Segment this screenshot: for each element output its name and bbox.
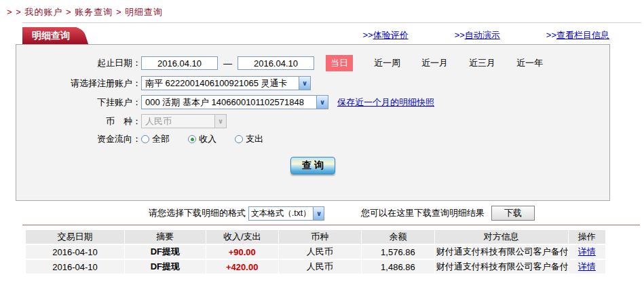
cell-summary: DF提现 [125,260,206,274]
currency-select: 人民币 ∨ [141,114,227,128]
quick-range-quarter[interactable]: 近三月 [469,57,495,69]
cell-balance: 1,486.86 [362,260,434,274]
link-arrows: >> [455,30,465,40]
cell-counterparty: 财付通支付科技有限公司客户备付金 [435,260,568,274]
download-hint: 您可以在这里下载查询明细结果 [361,207,485,219]
detail-link[interactable]: 详情 [578,261,596,272]
currency-label: 币 种： [16,115,141,128]
cell-amount: +420.00 [206,260,278,274]
quick-range-week[interactable]: 近一周 [374,57,400,69]
quick-range-year[interactable]: 近一年 [516,57,543,69]
header-balance: 余额 [362,230,434,244]
registered-account-value: 南平 6222001406100921065 灵通卡 [142,77,299,90]
breadcrumb-separator: > [116,7,122,17]
breadcrumb-prefix: > > [7,7,22,17]
registered-account-row: 请选择注册账户： 南平 6222001406100921065 灵通卡 ∨ [16,76,609,90]
header-links: >>体验评价 >>自动演示 >>查看栏目信息 [362,29,609,41]
date-dash: — [223,58,232,69]
download-format-value: 文本格式（.txt） [249,207,313,220]
currency-row: 币 种： 人民币 ∨ [16,114,609,128]
download-row: 请您选择下载明细的格式 文本格式（.txt） ∨ 您可以在这里下载查询明细结果 … [0,206,644,221]
fund-flow-row: 资金流向： 全部 收入 支出 [16,133,609,145]
save-snapshot-link[interactable]: 保存近一个月的明细快照 [337,96,434,109]
header-action: 操作 [569,230,605,244]
column-info-link[interactable]: >>查看栏目信息 [546,29,609,41]
start-date-input[interactable] [141,56,218,70]
registered-account-select[interactable]: 南平 6222001406100921065 灵通卡 ∨ [141,76,311,90]
download-format-label: 请您选择下载明细的格式 [149,207,246,219]
breadcrumb: > > 我的账户 > 账务查询 > 明细查询 [7,6,163,18]
cell-balance: 1,576.86 [362,245,434,259]
table-top-divider [22,225,640,225]
chevron-down-icon: ∨ [214,115,226,128]
cell-currency: 人民币 [279,245,361,259]
flow-option-income[interactable]: 收入 [188,133,216,145]
breadcrumb-item-detail-query[interactable]: 明细查询 [125,7,163,17]
flow-option-expense[interactable]: 支出 [235,133,263,145]
header-counterparty: 对方信息 [435,230,568,244]
auto-demo-link[interactable]: >>自动演示 [455,29,500,41]
link-arrows: >> [546,30,556,40]
download-button[interactable]: 下载 [491,206,535,221]
header-date: 交易日期 [26,230,124,244]
flow-option-all-label: 全部 [152,133,170,145]
link-arrows: >> [362,30,373,40]
sub-account-row: 下挂账户： 000 活期 基本户 1406600101102571848 ∨ 保… [16,95,609,109]
breadcrumb-item-account-query[interactable]: 账务查询 [75,7,113,17]
table-header-row: 交易日期 摘要 收入/支出 币种 余额 对方信息 操作 [26,230,605,244]
flow-option-income-label: 收入 [199,133,216,145]
chevron-down-icon[interactable]: ∨ [313,207,324,220]
flow-option-expense-label: 支出 [246,133,263,145]
currency-value: 人民币 [142,115,214,128]
table-row: 2016-04-10 DF提现 +420.00 人民币 1,486.86 财付通… [26,260,605,274]
header-summary: 摘要 [125,230,206,244]
transactions-table: 交易日期 摘要 收入/支出 币种 余额 对方信息 操作 2016-04-10 D… [25,229,606,275]
end-date-input[interactable] [238,56,314,70]
download-format-select[interactable]: 文本格式（.txt） ∨ [248,206,324,221]
sub-account-select[interactable]: 000 活期 基本户 1406600101102571848 ∨ [141,95,328,109]
date-range-label: 起止日期： [16,57,141,69]
cell-date: 2016-04-10 [26,245,124,259]
radio-icon[interactable] [141,135,149,143]
chevron-down-icon[interactable]: ∨ [299,77,310,90]
radio-icon[interactable] [235,135,243,143]
query-form-panel: 起止日期： — 当日 近一周 近一月 近三月 近一年 请选择注册账户： 南平 6… [16,44,610,201]
header-amount: 收入/支出 [206,230,278,244]
cell-date: 2016-04-10 [26,260,124,274]
query-button[interactable]: 查 询 [290,157,335,174]
breadcrumb-separator: > [66,7,72,17]
breadcrumb-item-my-account[interactable]: 我的账户 [24,7,62,17]
sub-account-value: 000 活期 基本户 1406600101102571848 [142,96,316,109]
cell-counterparty: 财付通支付科技有限公司客户备付金 [435,245,568,259]
breadcrumb-divider [22,22,641,23]
detail-query-page: > > 我的账户 > 账务查询 > 明细查询 明细查询 >>体验评价 >>自动演… [0,0,644,298]
flow-option-all[interactable]: 全部 [141,133,170,145]
radio-checked-icon[interactable] [188,135,196,143]
cell-amount: +90.00 [206,245,278,259]
cell-currency: 人民币 [279,260,361,274]
chevron-down-icon[interactable]: ∨ [316,96,328,109]
date-range-row: 起止日期： — 当日 近一周 近一月 近三月 近一年 [16,55,609,71]
detail-link[interactable]: 详情 [578,246,596,257]
fund-flow-label: 资金流向： [16,133,141,145]
quick-range-month[interactable]: 近一月 [421,57,448,69]
quick-range-today[interactable]: 当日 [326,55,353,71]
registered-account-label: 请选择注册账户： [16,77,141,90]
cell-summary: DF提现 [125,245,206,259]
experience-rating-link[interactable]: >>体验评价 [362,29,408,41]
tab-detail-query[interactable]: 明细查询 [22,27,77,44]
sub-account-label: 下挂账户： [16,96,141,109]
header-currency: 币种 [279,230,361,244]
table-row: 2016-04-10 DF提现 +90.00 人民币 1,576.86 财付通支… [26,245,605,259]
